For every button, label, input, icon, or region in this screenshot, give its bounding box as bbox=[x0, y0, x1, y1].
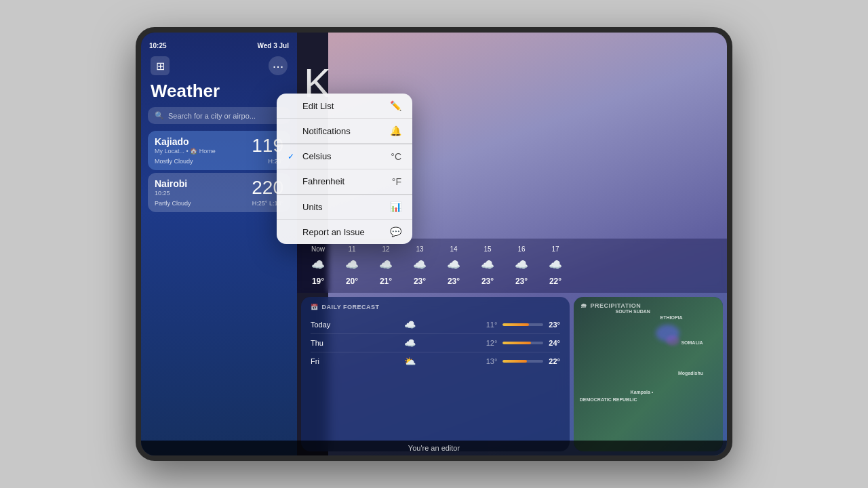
hourly-time-6: 16 bbox=[517, 245, 525, 253]
menu-label-units: Units bbox=[302, 202, 323, 212]
menu-item-notifications[interactable]: Notifications 🔔 bbox=[277, 119, 412, 144]
location-condition-0: Mostly Cloudy bbox=[155, 158, 193, 165]
forecast-high-0: 23° bbox=[549, 321, 560, 329]
hourly-temp-5: 23° bbox=[481, 277, 494, 286]
hourly-item-3: 13 ☁️ 23° bbox=[410, 245, 430, 286]
sidebar-toggle-button[interactable]: ⊞ bbox=[151, 56, 170, 75]
celsius-icon: °C bbox=[391, 151, 401, 162]
map-labels: SOUTH SUDAN ETHIOPIA SOMALIA DEMOCRATIC … bbox=[574, 297, 723, 451]
menu-item-units[interactable]: Units 📊 bbox=[277, 195, 412, 220]
forecast-low-0: 11° bbox=[486, 321, 498, 329]
forecast-panel-header: 📅 DAILY FORECAST bbox=[311, 304, 560, 310]
menu-item-edit-list[interactable]: Edit List ✏️ bbox=[277, 94, 412, 119]
location-sub-0: My Locat... • 🏠 Home bbox=[155, 148, 216, 155]
forecast-day-1: Thu bbox=[311, 339, 334, 347]
forecast-icon-1: ☁️ bbox=[403, 338, 417, 348]
hourly-icon-3: ☁️ bbox=[413, 258, 427, 271]
forecast-icon-2: ⛅ bbox=[403, 356, 417, 367]
location-card-kajiado[interactable]: Kajiado My Locat... • 🏠 Home 119 Mostly … bbox=[148, 131, 290, 170]
menu-item-celsius[interactable]: ✓ Celsius °C bbox=[277, 144, 412, 169]
more-options-button[interactable]: ··· bbox=[269, 56, 288, 75]
context-menu: Edit List ✏️ Notifications 🔔 ✓ Celsius °… bbox=[277, 94, 412, 244]
sidebar-header: ⊞ ··· bbox=[141, 52, 297, 81]
hourly-icon-0: ☁️ bbox=[311, 258, 325, 271]
hourly-temp-6: 23° bbox=[515, 277, 528, 286]
hourly-time-4: 14 bbox=[450, 245, 457, 253]
hourly-item-2: 12 ☁️ 21° bbox=[376, 245, 396, 286]
forecast-bar-1 bbox=[502, 342, 543, 344]
hourly-time-5: 15 bbox=[484, 245, 491, 253]
hourly-item-6: 16 ☁️ 23° bbox=[511, 245, 532, 286]
precipitation-panel: SOUTH SUDAN ETHIOPIA SOMALIA DEMOCRATIC … bbox=[574, 297, 723, 451]
hourly-icon-6: ☁️ bbox=[515, 258, 528, 271]
search-bar[interactable]: 🔍 Search for a city or airpo... bbox=[148, 107, 290, 124]
hourly-icon-7: ☁️ bbox=[549, 258, 562, 271]
hourly-item-5: 15 ☁️ 23° bbox=[477, 245, 498, 286]
forecast-low-1: 12° bbox=[486, 339, 498, 347]
hourly-time-3: 13 bbox=[416, 245, 423, 253]
map-label-somalia: SOMALIA bbox=[681, 340, 703, 345]
hourly-temp-4: 23° bbox=[448, 277, 460, 286]
hourly-forecast-strip[interactable]: Now ☁️ 19° 11 ☁️ 20° 12 ☁️ 21° 13 ☁️ bbox=[297, 239, 727, 293]
map-label-ethiopia: ETHIOPIA bbox=[660, 315, 683, 320]
map-label-democratic-republic: DEMOCRATIC REPUBLIC bbox=[580, 397, 637, 402]
hourly-time-7: 17 bbox=[551, 245, 559, 253]
hourly-temp-0: 19° bbox=[312, 277, 324, 286]
report-icon: 💬 bbox=[390, 226, 401, 237]
forecast-temps-2: 13° 22° bbox=[486, 357, 560, 365]
hourly-icon-4: ☁️ bbox=[447, 258, 460, 271]
menu-check-celsius: ✓ bbox=[288, 152, 298, 161]
status-date: Wed 3 Jul bbox=[258, 42, 290, 49]
hourly-item-0: Now ☁️ 19° bbox=[308, 245, 328, 286]
hourly-item-7: 17 ☁️ 22° bbox=[545, 245, 566, 286]
forecast-icon-0: ☁️ bbox=[403, 319, 417, 330]
location-card-nairobi[interactable]: Nairobi 10:25 220 Partly Cloudy H:25° L:… bbox=[148, 173, 290, 212]
forecast-bar-0 bbox=[502, 323, 543, 326]
hourly-time-0: Now bbox=[311, 245, 325, 253]
hourly-temp-7: 22° bbox=[549, 277, 561, 286]
hourly-icon-5: ☁️ bbox=[481, 258, 494, 271]
precip-blob-2 bbox=[666, 336, 679, 346]
forecast-bar-2 bbox=[502, 360, 543, 363]
forecast-temps-1: 12° 24° bbox=[486, 339, 560, 347]
map-placeholder: SOUTH SUDAN ETHIOPIA SOMALIA DEMOCRATIC … bbox=[574, 297, 723, 451]
forecast-row-0: Today ☁️ 11° 23° bbox=[311, 316, 560, 334]
hourly-icon-1: ☁️ bbox=[345, 258, 359, 271]
forecast-high-2: 22° bbox=[549, 357, 560, 365]
sidebar: 10:25 Wed 3 Jul ⊞ ··· Weather 🔍 Search f… bbox=[141, 33, 297, 455]
status-time: 10:25 bbox=[149, 42, 167, 49]
location-condition-1: Partly Cloudy bbox=[155, 200, 191, 207]
precip-header-label: PRECIPITATION bbox=[591, 302, 642, 309]
units-icon: 📊 bbox=[390, 201, 401, 212]
bottom-bar-text: You're an editor bbox=[408, 444, 460, 452]
forecast-high-1: 24° bbox=[549, 339, 560, 347]
hourly-time-2: 12 bbox=[382, 245, 389, 253]
hourly-time-1: 11 bbox=[348, 245, 355, 253]
menu-label-notifications: Notifications bbox=[302, 126, 351, 136]
tablet-screen: 10:25 Wed 3 Jul ⊞ ··· Weather 🔍 Search f… bbox=[141, 33, 727, 455]
forecast-header-label: DAILY FORECAST bbox=[322, 304, 380, 310]
forecast-row-2: Fri ⛅ 13° 22° bbox=[311, 352, 560, 370]
menu-item-report-issue[interactable]: Report an Issue 💬 bbox=[277, 220, 412, 244]
menu-label-edit-list: Edit List bbox=[302, 101, 334, 111]
bottom-bar: You're an editor bbox=[141, 441, 727, 455]
tablet-frame: 10:25 Wed 3 Jul ⊞ ··· Weather 🔍 Search f… bbox=[136, 27, 732, 461]
location-name-0: Kajiado bbox=[155, 136, 216, 147]
menu-label-celsius: Celsius bbox=[302, 151, 332, 161]
map-label-mogadishu: Mogadishu bbox=[678, 371, 703, 375]
hourly-temp-3: 23° bbox=[414, 277, 426, 286]
forecast-day-2: Fri bbox=[311, 357, 334, 365]
bell-icon: 🔔 bbox=[390, 125, 401, 136]
calendar-icon: 📅 bbox=[311, 304, 319, 310]
hourly-temp-1: 20° bbox=[346, 277, 358, 286]
forecast-low-2: 13° bbox=[486, 357, 498, 365]
menu-label-fahrenheit: Fahrenheit bbox=[302, 176, 344, 186]
menu-item-fahrenheit[interactable]: Fahrenheit °F bbox=[277, 169, 412, 195]
status-bar: 10:25 Wed 3 Jul bbox=[141, 39, 297, 52]
location-sub-1: 10:25 bbox=[155, 190, 187, 197]
menu-label-report-issue: Report an Issue bbox=[302, 227, 365, 237]
forecast-row-1: Thu ☁️ 12° 24° bbox=[311, 334, 560, 352]
forecast-temps-0: 11° 23° bbox=[486, 321, 560, 329]
hourly-item-1: 11 ☁️ 20° bbox=[342, 245, 362, 286]
location-name-1: Nairobi bbox=[155, 178, 187, 189]
